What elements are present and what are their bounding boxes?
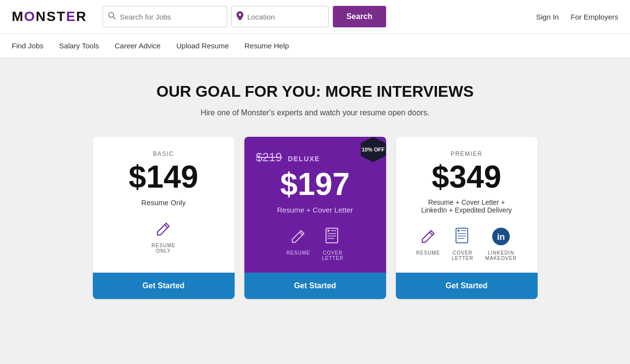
premier-icons: RESUME C [408,226,526,261]
pricing-cards: BASIC $149 Resume Only RESUMEONLY [12,137,618,299]
premier-description: Resume + Cover Letter +LinkedIn + Expedi… [408,198,526,214]
main-content: OUR GOAL FOR YOU: MORE INTERVIEWS Hire o… [0,58,630,319]
premier-icon-cover: COVERLETTER [452,226,473,261]
premier-cta-button[interactable]: Get Started [396,273,538,299]
deluxe-resume-label: RESUME [286,250,310,256]
deluxe-price: $197 [256,169,374,200]
deluxe-card-body: 10% OFF $219 DELUXE $197 Resume + Cover … [244,137,386,273]
basic-card: BASIC $149 Resume Only RESUMEONLY [93,137,235,299]
premier-card-body: PREMIER $349 Resume + Cover Letter +Link… [396,137,538,273]
nav-resume-help[interactable]: Resume Help [244,34,289,58]
pencil-icon-deluxe [287,226,309,247]
nav-find-jobs[interactable]: Find Jobs [12,34,43,58]
location-icon [237,11,243,22]
deluxe-label: DELUXE [288,155,320,163]
basic-card-body: BASIC $149 Resume Only RESUMEONLY [93,137,235,273]
premier-cover-label: COVERLETTER [452,250,473,261]
main-nav: Find Jobs Salary Tools Career Advice Upl… [0,34,630,58]
search-button[interactable]: Search [333,6,386,27]
header: MONSTER Search Sign In For Employers [0,0,630,34]
premier-resume-label: RESUME [416,250,440,256]
nav-upload-resume[interactable]: Upload Resume [176,34,229,58]
page-title: OUR GOAL FOR YOU: MORE INTERVIEWS [12,83,618,101]
search-input[interactable] [120,13,222,21]
svg-line-1 [113,17,116,20]
basic-icon-resume: RESUMEONLY [152,218,175,254]
svg-point-0 [109,13,114,18]
deluxe-cta-button[interactable]: Get Started [244,273,386,299]
premier-icon-linkedin: in LINKEDINMAKEOVER [485,226,517,261]
deluxe-icon-cover-letter: COVERLETTER [322,226,344,261]
deluxe-icons: RESUME C [256,226,374,261]
svg-rect-9 [457,230,459,232]
pencil-icon [152,218,174,240]
basic-label: BASIC [105,150,223,157]
location-input[interactable] [247,13,324,21]
deluxe-cover-label: COVERLETTER [322,250,344,261]
search-bar: Search [103,6,386,27]
search-input-wrap [103,6,227,27]
linkedin-icon: in [490,226,512,247]
page-subtitle: Hire one of Monster's experts and watch … [12,108,618,117]
pencil-icon-premier [417,226,439,247]
search-icon [108,12,116,21]
svg-rect-3 [327,230,329,232]
basic-cta-button[interactable]: Get Started [93,273,235,299]
document-icon-premier [452,226,474,247]
nav-career-advice[interactable]: Career Advice [114,34,160,58]
deluxe-card: 10% OFF $219 DELUXE $197 Resume + Cover … [244,137,386,299]
premier-card: PREMIER $349 Resume + Cover Letter +Link… [396,137,538,299]
premier-label: PREMIER [408,150,526,157]
location-input-wrap [231,6,329,27]
svg-text:in: in [497,232,505,242]
header-right: Sign In For Employers [536,13,618,21]
deluxe-price-row: $219 DELUXE [256,150,374,167]
deluxe-description: Resume + Cover Letter [256,206,374,214]
basic-icons: RESUMEONLY [105,218,223,254]
premier-price: $349 [408,161,526,193]
deluxe-icon-resume: RESUME [286,226,310,261]
basic-description: Resume Only [105,198,223,207]
basic-price: $149 [105,161,223,193]
document-icon [322,226,344,247]
logo[interactable]: MONSTER [12,9,87,24]
for-employers-link[interactable]: For Employers [570,13,618,21]
sign-in-link[interactable]: Sign In [536,13,559,21]
premier-linkedin-label: LINKEDINMAKEOVER [485,250,517,261]
nav-salary-tools[interactable]: Salary Tools [59,34,99,58]
deluxe-old-price: $219 [256,150,282,164]
basic-icon-label: RESUMEONLY [152,243,175,254]
premier-icon-resume: RESUME [416,226,440,261]
